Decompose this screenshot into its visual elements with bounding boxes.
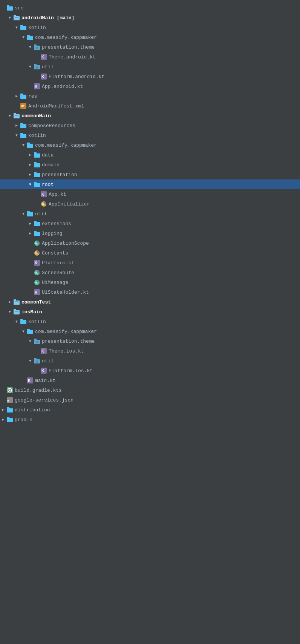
tree-item-label: Constants — [42, 250, 68, 256]
tree-item-extensions[interactable]: ►extensions — [0, 219, 300, 228]
chevron-open-icon[interactable]: ▼ — [27, 44, 33, 50]
tree-item-label: com.measify.kappmaker — [35, 35, 97, 40]
tree-item-com-measify-ios[interactable]: ▼com.measify.kappmaker — [0, 327, 300, 336]
kotlin-file-icon: K — [41, 348, 47, 354]
tree-item-ui-message[interactable]: KUiMessage — [0, 278, 300, 287]
chevron-closed-icon[interactable]: ► — [27, 230, 33, 236]
chevron-open-icon[interactable]: ▼ — [14, 319, 20, 325]
chevron-closed-icon[interactable]: ► — [27, 172, 33, 178]
json-file-icon: {} — [7, 397, 13, 403]
chevron-open-icon[interactable]: ▼ — [14, 132, 20, 138]
folder-package-icon — [34, 358, 40, 364]
svg-rect-66 — [15, 301, 18, 302]
chevron-open-icon[interactable]: ▼ — [27, 181, 33, 187]
tree-item-label: distribution — [15, 407, 50, 413]
svg-text:K: K — [41, 55, 44, 59]
svg-rect-29 — [20, 123, 23, 125]
tree-item-domain[interactable]: ►domain — [0, 160, 300, 170]
tree-item-label: util — [35, 211, 47, 217]
tree-item-commonTest[interactable]: ►commonTest — [0, 297, 300, 307]
tree-item-label: iosMain — [21, 309, 42, 315]
svg-text:K: K — [41, 75, 44, 79]
tree-item-presentation-theme-android[interactable]: ▼presentation.theme — [0, 42, 300, 52]
tree-item-logging[interactable]: ►logging — [0, 228, 300, 238]
tree-item-src-label[interactable]: src — [0, 3, 300, 13]
tree-item-root[interactable]: ▼root — [0, 179, 300, 189]
tree-item-presentation-theme-ios[interactable]: ▼presentation.theme — [0, 336, 300, 346]
svg-text:K: K — [35, 271, 38, 274]
svg-text:K: K — [35, 261, 38, 265]
chevron-closed-icon[interactable]: ► — [7, 299, 13, 305]
tree-item-gradle[interactable]: ►gradle — [0, 415, 300, 425]
chevron-open-icon[interactable]: ▼ — [20, 142, 26, 148]
chevron-open-icon[interactable]: ▼ — [27, 338, 33, 344]
tree-item-composeResources[interactable]: ►composeResources — [0, 121, 300, 130]
tree-item-distribution[interactable]: ►distribution — [0, 405, 300, 415]
svg-text:K: K — [35, 290, 38, 294]
chevron-open-icon[interactable]: ▼ — [27, 358, 33, 364]
class-icon: K — [34, 240, 40, 246]
chevron-open-icon[interactable]: ▼ — [20, 34, 26, 40]
tree-item-data[interactable]: ►data — [0, 150, 300, 160]
kotlin-file-icon: K — [34, 83, 40, 89]
chevron-open-icon[interactable]: ▼ — [7, 309, 13, 315]
svg-point-88 — [9, 389, 11, 391]
tree-item-main-kt[interactable]: Kmain.kt — [0, 376, 300, 385]
tree-item-util-common[interactable]: ▼util — [0, 209, 300, 219]
kotlin-file-icon: K — [27, 377, 33, 383]
tree-item-application-scope[interactable]: KApplicationScope — [0, 238, 300, 248]
tree-item-label: Theme.ios.kt — [49, 348, 84, 354]
tree-item-kotlin-android[interactable]: ▼kotlin — [0, 23, 300, 32]
tree-item-android-manifest[interactable]: MFAndroidManifest.xml — [0, 101, 300, 111]
tree-item-platform-ios-kt[interactable]: KPlatform.ios.kt — [0, 366, 300, 376]
tree-item-app-android-kt[interactable]: KApp.android.kt — [0, 81, 300, 91]
tree-item-theme-ios-kt[interactable]: KTheme.ios.kt — [0, 346, 300, 356]
chevron-closed-icon[interactable]: ► — [27, 221, 33, 227]
tree-item-label: res — [28, 94, 37, 99]
chevron-open-icon[interactable]: ▼ — [14, 25, 20, 31]
tree-item-util-ios[interactable]: ▼util — [0, 356, 300, 366]
chevron-open-icon[interactable]: ▼ — [7, 113, 13, 119]
svg-rect-71 — [20, 319, 23, 321]
tree-item-kotlin-ios[interactable]: ▼kotlin — [0, 317, 300, 327]
tree-item-platform-android-kt[interactable]: KPlatform.android.kt — [0, 72, 300, 81]
tree-item-ui-state-holder[interactable]: KUiStateHolder.kt — [0, 287, 300, 297]
chevron-open-icon[interactable]: ▼ — [7, 15, 13, 21]
chevron-closed-icon[interactable]: ► — [14, 93, 20, 99]
class-icon: K — [34, 270, 40, 276]
tree-item-screen-route[interactable]: KScreenRoute — [0, 268, 300, 278]
tree-item-google-services-json[interactable]: {}google-services.json — [0, 395, 300, 405]
tree-item-kotlin-common[interactable]: ▼kotlin — [0, 130, 300, 140]
svg-rect-15 — [34, 64, 37, 66]
tree-item-androidMain[interactable]: ▼androidMain [main] — [0, 13, 300, 23]
tree-item-iosMain[interactable]: ▼iosMain — [0, 307, 300, 317]
chevron-open-icon[interactable]: ▼ — [20, 328, 26, 334]
tree-item-com-measify-android[interactable]: ▼com.measify.kappmaker — [0, 32, 300, 42]
tree-item-res[interactable]: ►res — [0, 91, 300, 101]
chevron-closed-icon[interactable]: ► — [14, 123, 20, 129]
tree-item-app-kt[interactable]: KApp.kt — [0, 189, 300, 199]
chevron-closed-icon[interactable]: ► — [0, 407, 6, 413]
tree-item-util-android[interactable]: ▼util — [0, 62, 300, 72]
tree-item-app-initializer[interactable]: KAppInitializer — [0, 199, 300, 209]
tree-item-commonMain[interactable]: ▼commonMain — [0, 111, 300, 121]
svg-text:K: K — [35, 281, 38, 284]
chevron-closed-icon[interactable]: ► — [27, 162, 33, 168]
kotlin-file-icon: K — [41, 54, 47, 60]
svg-rect-10 — [34, 44, 37, 46]
tree-item-constants[interactable]: KConstants — [0, 248, 300, 258]
tree-item-platform-kt[interactable]: KPlatform.kt — [0, 258, 300, 268]
tree-item-build-gradle-kts[interactable]: build.gradle.kts — [0, 385, 300, 395]
tree-item-theme-android-kt[interactable]: KTheme.android.kt — [0, 52, 300, 62]
folder-package-icon — [34, 44, 40, 50]
folder-icon — [7, 407, 13, 413]
chevron-open-icon[interactable]: ▼ — [27, 64, 33, 70]
svg-text:MF: MF — [21, 105, 25, 107]
tree-item-com-measify-common[interactable]: ▼com.measify.kappmaker — [0, 140, 300, 150]
chevron-open-icon[interactable]: ▼ — [20, 211, 26, 217]
chevron-closed-icon[interactable]: ► — [0, 417, 6, 423]
tree-item-presentation[interactable]: ►presentation — [0, 170, 300, 179]
tree-item-label: Theme.android.kt — [49, 54, 96, 60]
chevron-closed-icon[interactable]: ► — [27, 152, 33, 158]
tree-item-label: extensions — [42, 221, 71, 227]
